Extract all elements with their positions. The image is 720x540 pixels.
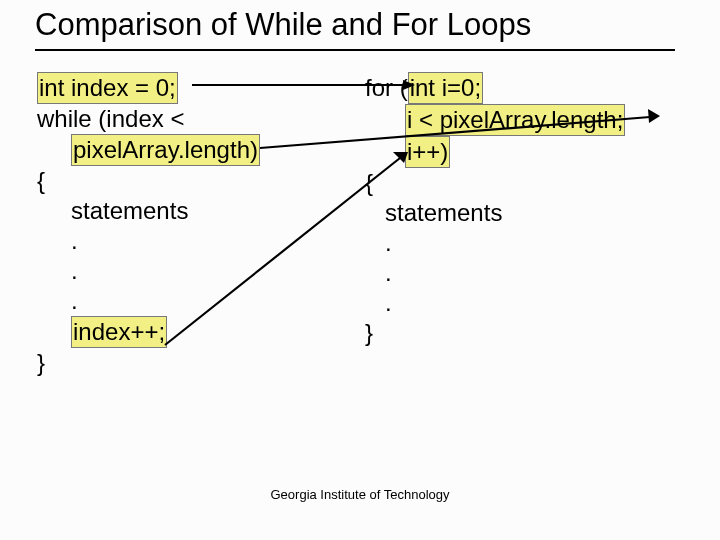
slide-footer: Georgia Institute of Technology [0, 487, 720, 502]
while-cond-highlight: pixelArray.length) [71, 134, 260, 166]
while-dot: . [71, 256, 367, 286]
for-statements: statements [385, 198, 705, 228]
slide: Comparison of While and For Loops int in… [0, 0, 720, 540]
while-keyword: while (index < [37, 105, 184, 132]
for-brace-open: { [365, 168, 705, 198]
for-dot: . [385, 288, 705, 318]
while-brace-close: } [37, 348, 367, 378]
while-brace-open: { [37, 166, 367, 196]
while-code-block: int index = 0; while (index < pixelArray… [37, 72, 367, 378]
for-keyword: for ( [365, 74, 408, 101]
title-underline [35, 49, 675, 51]
while-dot: . [71, 226, 367, 256]
for-dot: . [385, 228, 705, 258]
for-init-highlight: int i=0; [408, 72, 483, 104]
for-incr-highlight: i++) [405, 136, 450, 168]
while-increment-highlight: index++; [71, 316, 167, 348]
slide-title: Comparison of While and For Loops [35, 7, 531, 47]
for-brace-close: } [365, 318, 705, 348]
while-dot: . [71, 286, 367, 316]
for-code-block: for (int i=0; i < pixelArray.length; i++… [365, 72, 705, 348]
while-init-highlight: int index = 0; [37, 72, 178, 104]
for-cond-highlight: i < pixelArray.length; [405, 104, 625, 136]
for-dot: . [385, 258, 705, 288]
while-statements: statements [71, 196, 367, 226]
